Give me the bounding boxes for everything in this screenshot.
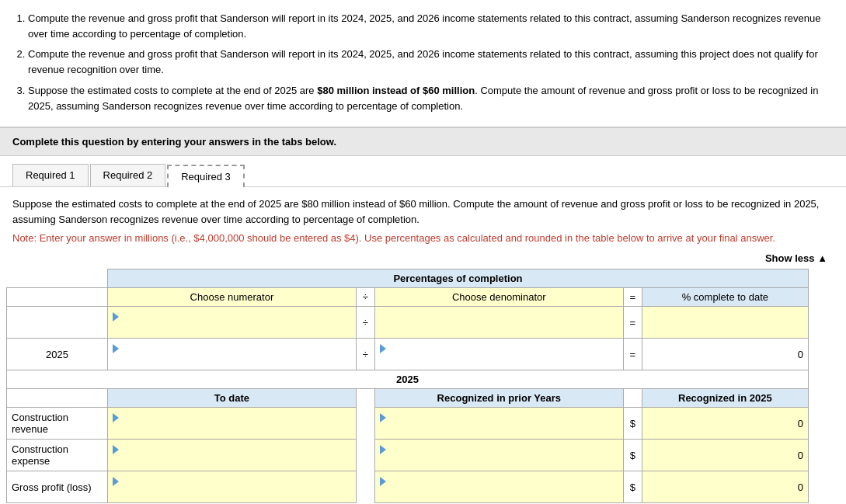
empty-header-cell2 [808,269,824,288]
description-main: Suppose the estimated costs to complete … [12,196,834,228]
section2-header-row: 2025 [7,370,840,389]
label-construction-expense: Construction expense [7,440,108,471]
prior-revenue-field[interactable] [380,422,618,436]
blank-label-1 [7,307,108,339]
triangle-revenue-todate [113,413,119,422]
equals-1: = [623,288,642,307]
triangle-gp-todate [113,477,119,486]
divider-1: ÷ [356,288,374,307]
spacer-sub1 [356,389,374,408]
numerator-field-2025[interactable] [113,353,351,367]
triangle-revenue-prior [380,413,386,422]
tab-required-2[interactable]: Required 2 [90,164,166,186]
recognized-2025-header: Recognized in 2025 [642,389,808,408]
year-2025-row: 2025 ÷ = 0 [7,339,840,370]
prior-gp-field[interactable] [380,486,618,499]
to-date-header: To date [108,389,357,408]
empty-row-cell [7,288,108,307]
table-row-construction-expense: Construction expense $ 0 [7,440,840,471]
denominator-input-2025[interactable] [374,339,623,370]
triangle-icon-1 [113,312,119,322]
revenue-2025-value: 0 [642,408,808,440]
triangle-expense-prior [380,445,386,454]
choose-numerator-header: Choose numerator [108,288,357,307]
pct-value-1 [642,307,808,339]
section2-label: 2025 [7,370,809,389]
dollar-revenue: $ [623,408,642,440]
triangle-expense-todate [113,445,119,454]
table-row-construction-revenue: Construction revenue $ 0 [7,408,840,440]
table-row-gross-profit: Gross profit (loss) $ 0 [7,471,840,503]
instruction-bar: Complete this question by entering your … [0,127,846,156]
section-header-pct: Percentages of completion [108,269,809,288]
numerator-field-1[interactable] [113,322,351,335]
gp-2025-value: 0 [642,471,808,503]
denominator-field-2025[interactable] [380,353,618,367]
triangle-icon-denom-2025 [380,344,386,353]
sub-header-empty [7,389,108,408]
spacer-exp1 [356,440,374,471]
content-area: Suppose the estimated costs to complete … [0,187,846,269]
equals-2025: = [623,339,642,370]
triangle-gp-prior [380,477,386,486]
to-date-gp-input[interactable] [108,471,357,503]
question-3: Suppose the estimated costs to complete … [28,83,834,114]
label-gross-profit: Gross profit (loss) [7,471,108,503]
question-2: Compute the revenue and gross profit tha… [28,47,834,78]
label-construction-revenue: Construction revenue [7,408,108,440]
spacer-rev1 [356,408,374,440]
show-less-button[interactable]: Show less ▲ [12,249,834,269]
tabs-container: Required 1 Required 2 Required 3 [0,156,846,187]
denominator-field-1[interactable] [380,316,618,329]
description-note: Note: Enter your answer in millions (i.e… [12,231,834,246]
empty-header-cell [7,269,108,288]
spacer-gp1 [356,471,374,503]
sub-header-row: To date Recognized in prior Years Recogn… [7,389,840,408]
choose-denominator-header: Choose denominator [374,288,623,307]
prior-revenue-input[interactable] [374,408,623,440]
equals-2: = [623,307,642,339]
numerator-input-2025[interactable] [108,339,357,370]
divider-2: ÷ [356,307,374,339]
triangle-icon-2025 [113,344,119,353]
divider-2025: ÷ [356,339,374,370]
recognized-prior-header: Recognized in prior Years [374,389,623,408]
year-2025-label: 2025 [7,339,108,370]
numerator-input-1[interactable] [108,307,357,339]
question-1: Compute the revenue and gross profit tha… [28,11,834,42]
percentages-table: Percentages of completion Choose numerat… [6,269,840,503]
to-date-expense-input[interactable] [108,440,357,471]
empty-header-cell3 [824,269,839,288]
prior-gp-input[interactable] [374,471,623,503]
to-date-gp-field[interactable] [113,486,351,499]
to-date-revenue-input[interactable] [108,408,357,440]
pct-complete-header: % complete to date [642,288,808,307]
prior-expense-field[interactable] [380,454,618,468]
tab-required-1[interactable]: Required 1 [12,164,89,186]
to-date-expense-field[interactable] [113,454,351,468]
main-table-wrapper: Percentages of completion Choose numerat… [0,269,846,503]
denominator-input-1[interactable] [374,307,623,339]
question-section: Compute the revenue and gross profit tha… [0,0,846,127]
dollar-gp: $ [623,471,642,503]
spacer-sub2 [623,389,642,408]
blank-row-1: ÷ = [7,307,840,339]
to-date-revenue-field[interactable] [113,422,351,436]
dollar-expense: $ [623,440,642,471]
pct-value-2025: 0 [642,339,808,370]
expense-2025-value: 0 [642,440,808,471]
prior-expense-input[interactable] [374,440,623,471]
tab-required-3[interactable]: Required 3 [167,165,245,187]
